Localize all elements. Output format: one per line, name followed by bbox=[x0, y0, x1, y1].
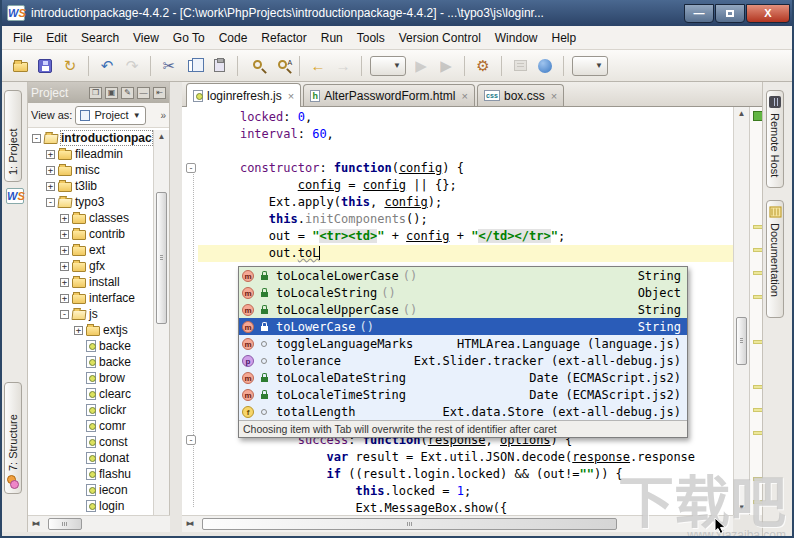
completion-item-toLowerCase[interactable]: mtoLowerCase()String bbox=[239, 318, 687, 335]
menu-code[interactable]: Code bbox=[212, 28, 255, 48]
expand-icon[interactable]: + bbox=[60, 246, 69, 255]
scroll-thumb[interactable] bbox=[736, 317, 747, 365]
menu-version-control[interactable]: Version Control bbox=[392, 28, 488, 48]
menu-tools[interactable]: Tools bbox=[350, 28, 392, 48]
redo-button[interactable]: ↷ bbox=[120, 54, 144, 78]
expand-icon[interactable]: + bbox=[46, 166, 55, 175]
tree-item-iecon[interactable]: iecon bbox=[28, 482, 153, 498]
maximize-button[interactable] bbox=[715, 4, 745, 23]
more-options-chevron[interactable]: » bbox=[160, 110, 166, 121]
close-tab-icon[interactable]: × bbox=[462, 90, 468, 102]
code-line[interactable]: config = config || {}; bbox=[182, 177, 733, 194]
tree-item-backe[interactable]: backe bbox=[28, 354, 153, 370]
tree-item-ext[interactable]: +ext bbox=[28, 242, 153, 258]
menu-help[interactable]: Help bbox=[544, 28, 583, 48]
tab-box.css[interactable]: cssbox.css× bbox=[477, 84, 564, 106]
close-tab-icon[interactable]: × bbox=[288, 90, 294, 102]
tree-item-gfx[interactable]: +gfx bbox=[28, 258, 153, 274]
menu-search[interactable]: Search bbox=[74, 28, 126, 48]
collapse-icon[interactable]: - bbox=[60, 310, 69, 319]
tree-item-brow[interactable]: brow bbox=[28, 370, 153, 386]
scroll-up-icon[interactable]: ▲ bbox=[734, 107, 749, 121]
tree-item-donat[interactable]: donat bbox=[28, 450, 153, 466]
tree-item-flashu[interactable]: flashu bbox=[28, 466, 153, 482]
editor-hscrollbar[interactable]: ◄ ► bbox=[182, 515, 733, 532]
menu-go-to[interactable]: Go To bbox=[166, 28, 212, 48]
synchronize-button[interactable]: ↻ bbox=[58, 54, 82, 78]
tool-tab-remote-host[interactable]: Remote Host bbox=[766, 90, 784, 188]
save-button[interactable] bbox=[33, 54, 57, 78]
code-line[interactable]: Ext.apply(this, config); bbox=[182, 194, 733, 211]
scroll-down-icon[interactable]: ▼ bbox=[734, 501, 749, 515]
code-line[interactable]: var result = Ext.util.JSON.decode(respon… bbox=[182, 449, 733, 466]
code-line[interactable]: out.toL bbox=[182, 245, 733, 262]
scroll-right-icon[interactable]: ► bbox=[28, 516, 42, 532]
fold-collapse-icon[interactable]: - bbox=[186, 163, 196, 173]
fold-collapse-icon[interactable]: - bbox=[186, 435, 196, 445]
tree-item-install[interactable]: +install bbox=[28, 274, 153, 290]
scroll-thumb[interactable] bbox=[156, 192, 167, 324]
tree-item-introductionpac[interactable]: -introductionpac bbox=[28, 130, 153, 146]
completion-item-toggleLanguageMarks[interactable]: mtoggleLanguageMarksHTMLArea.Language (l… bbox=[239, 335, 687, 352]
expand-icon[interactable]: + bbox=[46, 150, 55, 159]
scroll-right-icon[interactable]: ► bbox=[182, 516, 196, 532]
tab-loginrefresh.js[interactable]: loginrefresh.js× bbox=[186, 83, 301, 107]
help-button[interactable] bbox=[533, 54, 557, 78]
pin-icon[interactable]: ✎ bbox=[121, 87, 134, 99]
project-hscrollbar[interactable]: ◄ ► bbox=[28, 515, 170, 532]
cut-button[interactable]: ✂ bbox=[157, 54, 181, 78]
tab-AlterPasswordForm.html[interactable]: hAlterPasswordForm.html× bbox=[303, 84, 475, 106]
run-configuration-combo[interactable]: ▼ bbox=[370, 56, 406, 76]
expand-icon[interactable]: + bbox=[60, 262, 69, 271]
code-line[interactable]: out = "<tr><td>" + config + "</td></tr>"… bbox=[182, 228, 733, 245]
tree-item-misc[interactable]: +misc bbox=[28, 162, 153, 178]
paste-button[interactable] bbox=[207, 54, 231, 78]
expand-icon[interactable]: + bbox=[60, 230, 69, 239]
scroll-thumb[interactable] bbox=[202, 518, 617, 530]
menu-refactor[interactable]: Refactor bbox=[254, 28, 313, 48]
code-line[interactable]: constructor: function(config) { bbox=[182, 160, 733, 177]
expand-icon[interactable]: + bbox=[74, 326, 83, 335]
editor[interactable]: -- locked: 0, interval: 60, constructor:… bbox=[182, 107, 733, 515]
minimize-panel-icon[interactable]: — bbox=[137, 87, 150, 99]
tree-item-comr[interactable]: comr bbox=[28, 418, 153, 434]
scroll-thumb[interactable] bbox=[48, 518, 82, 530]
tree-item-classes[interactable]: +classes bbox=[28, 210, 153, 226]
tree-item-backe[interactable]: backe bbox=[28, 338, 153, 354]
code-line[interactable]: this.initComponents(); bbox=[182, 211, 733, 228]
minimize-button[interactable]: — bbox=[684, 4, 714, 23]
tree-item-typo3[interactable]: -typo3 bbox=[28, 194, 153, 210]
forward-button[interactable]: → bbox=[331, 54, 355, 78]
tree-item-interface[interactable]: +interface bbox=[28, 290, 153, 306]
panel-splitter[interactable] bbox=[170, 82, 182, 536]
menu-edit[interactable]: Edit bbox=[39, 28, 74, 48]
tree-item-clickr[interactable]: clickr bbox=[28, 402, 153, 418]
tree-item-extjs[interactable]: +extjs bbox=[28, 322, 153, 338]
menu-window[interactable]: Window bbox=[488, 28, 545, 48]
tree-item-clearc[interactable]: clearc bbox=[28, 386, 153, 402]
collapse-icon[interactable]: - bbox=[46, 198, 55, 207]
tool-tab-structure[interactable]: 7: Structure bbox=[4, 382, 22, 494]
undo-button[interactable]: ↶ bbox=[95, 54, 119, 78]
collapse-icon[interactable]: - bbox=[32, 134, 41, 143]
close-tab-icon[interactable]: × bbox=[551, 90, 557, 102]
more-actions-combo[interactable]: ▼ bbox=[572, 56, 608, 76]
expand-icon[interactable]: + bbox=[60, 278, 69, 287]
hide-panel-icon[interactable]: ⇤ bbox=[153, 87, 166, 99]
menu-file[interactable]: File bbox=[6, 28, 39, 48]
code-line[interactable]: this.locked = 1; bbox=[182, 483, 733, 500]
float-mode-icon[interactable]: ❒ bbox=[89, 87, 102, 99]
completion-item-toLocaleLowerCase[interactable]: mtoLocaleLowerCase()String bbox=[239, 267, 687, 284]
code-line[interactable]: locked: 0, bbox=[182, 109, 733, 126]
code-line[interactable]: interval: 60, bbox=[182, 126, 733, 143]
export-settings-button[interactable] bbox=[508, 54, 532, 78]
dock-mode-icon[interactable]: ▣ bbox=[105, 87, 118, 99]
project-tree-vscrollbar[interactable]: ▲ ▼ bbox=[153, 130, 169, 536]
back-button[interactable]: ← bbox=[306, 54, 330, 78]
code-line[interactable] bbox=[182, 143, 733, 160]
tree-item-contrib[interactable]: +contrib bbox=[28, 226, 153, 242]
open-button[interactable] bbox=[8, 54, 32, 78]
debug-button[interactable]: ▶ bbox=[434, 54, 458, 78]
completion-item-toLocaleString[interactable]: mtoLocaleString()Object bbox=[239, 284, 687, 301]
close-button[interactable]: X bbox=[746, 4, 790, 23]
